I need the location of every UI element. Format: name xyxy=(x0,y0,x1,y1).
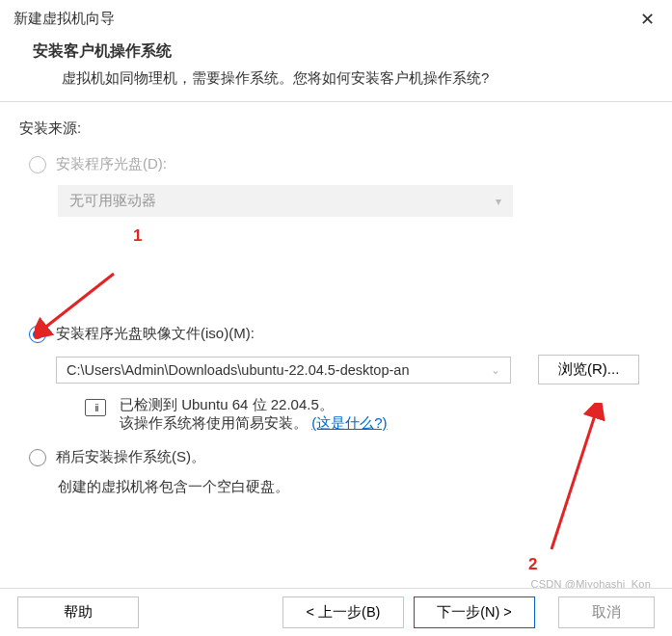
info-icon: i i xyxy=(85,399,106,416)
help-button[interactable]: 帮助 xyxy=(17,596,139,628)
chevron-down-icon[interactable]: ⌄ xyxy=(491,363,500,377)
disc-drive-select-text: 无可用驱动器 xyxy=(69,192,156,210)
radio-installer-disc-label: 安装程序光盘(D): xyxy=(56,155,167,173)
radio-installer-iso[interactable] xyxy=(29,326,46,343)
install-later-subtext: 创建的虚拟机将包含一个空白硬盘。 xyxy=(58,478,653,496)
window-title: 新建虚拟机向导 xyxy=(13,10,115,28)
detected-line-2: 该操作系统将使用简易安装。 xyxy=(120,414,308,431)
header-subtitle: 虚拟机如同物理机，需要操作系统。您将如何安装客户机操作系统? xyxy=(33,69,639,88)
wizard-button-bar: 帮助 < 上一步(B) 下一步(N) > 取消 xyxy=(0,588,672,636)
header-title: 安装客户机操作系统 xyxy=(33,41,639,62)
radio-installer-disc xyxy=(29,156,46,173)
disc-drive-select: 无可用驱动器 ▾ xyxy=(58,185,513,217)
radio-install-later[interactable] xyxy=(29,449,46,466)
detected-text: 已检测到 Ubuntu 64 位 22.04.5。 该操作系统将使用简易安装。 … xyxy=(120,396,388,433)
wizard-header: 安装客户机操作系统 虚拟机如同物理机，需要操作系统。您将如何安装客户机操作系统? xyxy=(0,41,672,101)
radio-installer-iso-label: 安装程序光盘映像文件(iso)(M): xyxy=(56,325,255,343)
iso-path-select[interactable]: C:\Users\Admin\Downloads\ubuntu-22.04.5-… xyxy=(56,357,511,384)
chevron-down-icon: ▾ xyxy=(496,195,501,208)
iso-path-text: C:\Users\Admin\Downloads\ubuntu-22.04.5-… xyxy=(67,362,409,378)
browse-button[interactable]: 浏览(R)... xyxy=(538,355,639,384)
detected-line-1: 已检测到 Ubuntu 64 位 22.04.5。 xyxy=(120,396,388,414)
cancel-button[interactable]: 取消 xyxy=(558,596,655,628)
what-is-this-link[interactable]: (这是什么?) xyxy=(311,414,387,431)
close-icon[interactable]: ✕ xyxy=(640,11,655,28)
next-button[interactable]: 下一步(N) > xyxy=(414,596,535,628)
prev-button[interactable]: < 上一步(B) xyxy=(282,596,404,628)
install-source-label: 安装来源: xyxy=(19,119,653,138)
radio-install-later-label: 稍后安装操作系统(S)。 xyxy=(56,448,205,466)
annotation-2: 2 xyxy=(528,555,537,574)
annotation-1: 1 xyxy=(133,226,653,246)
